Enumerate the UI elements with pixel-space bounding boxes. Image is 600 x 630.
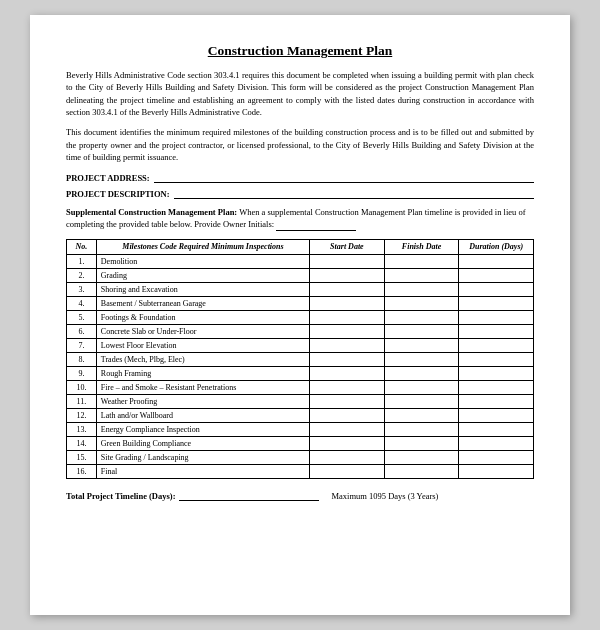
row-number: 7. [67, 339, 97, 353]
row-duration[interactable] [459, 395, 534, 409]
row-finish-date[interactable] [384, 437, 459, 451]
row-duration[interactable] [459, 465, 534, 479]
row-start-date[interactable] [310, 395, 385, 409]
project-description-underline [174, 187, 534, 199]
project-address-underline [154, 171, 534, 183]
row-number: 13. [67, 423, 97, 437]
row-milestone: Grading [96, 269, 309, 283]
row-duration[interactable] [459, 381, 534, 395]
document-title: Construction Management Plan [66, 43, 534, 59]
row-finish-date[interactable] [384, 255, 459, 269]
row-start-date[interactable] [310, 311, 385, 325]
row-finish-date[interactable] [384, 325, 459, 339]
supplemental-bold-text: Supplemental Construction Management Pla… [66, 207, 237, 217]
row-milestone: Concrete Slab or Under-Floor [96, 325, 309, 339]
milestones-table: No. Milestones Code Required Minimum Ins… [66, 239, 534, 479]
col-header-no: No. [67, 239, 97, 254]
row-milestone: Lowest Floor Elevation [96, 339, 309, 353]
row-duration[interactable] [459, 367, 534, 381]
row-milestone: Final [96, 465, 309, 479]
row-start-date[interactable] [310, 255, 385, 269]
row-duration[interactable] [459, 269, 534, 283]
table-row: 4.Basement / Subterranean Garage [67, 297, 534, 311]
row-start-date[interactable] [310, 465, 385, 479]
row-finish-date[interactable] [384, 283, 459, 297]
total-input-line[interactable] [179, 489, 319, 501]
table-row: 2.Grading [67, 269, 534, 283]
row-finish-date[interactable] [384, 381, 459, 395]
row-finish-date[interactable] [384, 297, 459, 311]
row-start-date[interactable] [310, 297, 385, 311]
table-row: 1.Demolition [67, 255, 534, 269]
project-address-label: PROJECT ADDRESS: [66, 173, 150, 183]
row-start-date[interactable] [310, 367, 385, 381]
table-row: 10.Fire – and Smoke – Resistant Penetrat… [67, 381, 534, 395]
row-start-date[interactable] [310, 381, 385, 395]
col-header-duration: Duration (Days) [459, 239, 534, 254]
row-start-date[interactable] [310, 353, 385, 367]
row-duration[interactable] [459, 437, 534, 451]
row-milestone: Rough Framing [96, 367, 309, 381]
row-finish-date[interactable] [384, 465, 459, 479]
row-milestone: Shoring and Excavation [96, 283, 309, 297]
table-row: 9.Rough Framing [67, 367, 534, 381]
row-number: 8. [67, 353, 97, 367]
table-row: 7.Lowest Floor Elevation [67, 339, 534, 353]
row-finish-date[interactable] [384, 451, 459, 465]
row-start-date[interactable] [310, 423, 385, 437]
row-start-date[interactable] [310, 325, 385, 339]
row-number: 12. [67, 409, 97, 423]
row-duration[interactable] [459, 311, 534, 325]
project-description-field[interactable]: PROJECT DESCRIPTION: [66, 187, 534, 199]
table-row: 11.Weather Proofing [67, 395, 534, 409]
row-duration[interactable] [459, 409, 534, 423]
row-milestone: Energy Compliance Inspection [96, 423, 309, 437]
table-row: 16.Final [67, 465, 534, 479]
row-duration[interactable] [459, 297, 534, 311]
row-milestone: Weather Proofing [96, 395, 309, 409]
row-start-date[interactable] [310, 339, 385, 353]
row-finish-date[interactable] [384, 395, 459, 409]
row-duration[interactable] [459, 255, 534, 269]
row-finish-date[interactable] [384, 367, 459, 381]
project-address-field[interactable]: PROJECT ADDRESS: [66, 171, 534, 183]
row-milestone: Demolition [96, 255, 309, 269]
row-finish-date[interactable] [384, 409, 459, 423]
supplemental-section: Supplemental Construction Management Pla… [66, 207, 534, 231]
total-label: Total Project Timeline (Days): [66, 491, 175, 501]
row-duration[interactable] [459, 339, 534, 353]
paragraph-2: This document identifies the minimum req… [66, 126, 534, 163]
row-finish-date[interactable] [384, 311, 459, 325]
row-milestone: Fire – and Smoke – Resistant Penetration… [96, 381, 309, 395]
row-finish-date[interactable] [384, 423, 459, 437]
owner-initials-line[interactable] [276, 221, 356, 231]
row-number: 9. [67, 367, 97, 381]
row-start-date[interactable] [310, 409, 385, 423]
row-number: 10. [67, 381, 97, 395]
row-finish-date[interactable] [384, 269, 459, 283]
row-milestone: Basement / Subterranean Garage [96, 297, 309, 311]
row-finish-date[interactable] [384, 339, 459, 353]
row-duration[interactable] [459, 353, 534, 367]
row-duration[interactable] [459, 325, 534, 339]
max-days-text: Maximum 1095 Days (3 Years) [331, 491, 438, 501]
row-start-date[interactable] [310, 451, 385, 465]
table-row: 3.Shoring and Excavation [67, 283, 534, 297]
row-start-date[interactable] [310, 437, 385, 451]
row-number: 3. [67, 283, 97, 297]
row-start-date[interactable] [310, 269, 385, 283]
row-duration[interactable] [459, 283, 534, 297]
row-duration[interactable] [459, 423, 534, 437]
row-duration[interactable] [459, 451, 534, 465]
row-milestone: Footings & Foundation [96, 311, 309, 325]
row-finish-date[interactable] [384, 353, 459, 367]
table-row: 13.Energy Compliance Inspection [67, 423, 534, 437]
row-start-date[interactable] [310, 283, 385, 297]
col-header-finish-date: Finish Date [384, 239, 459, 254]
row-number: 14. [67, 437, 97, 451]
row-number: 16. [67, 465, 97, 479]
document-page: Construction Management Plan Beverly Hil… [30, 15, 570, 615]
table-row: 6.Concrete Slab or Under-Floor [67, 325, 534, 339]
row-milestone: Site Grading / Landscaping [96, 451, 309, 465]
row-number: 15. [67, 451, 97, 465]
